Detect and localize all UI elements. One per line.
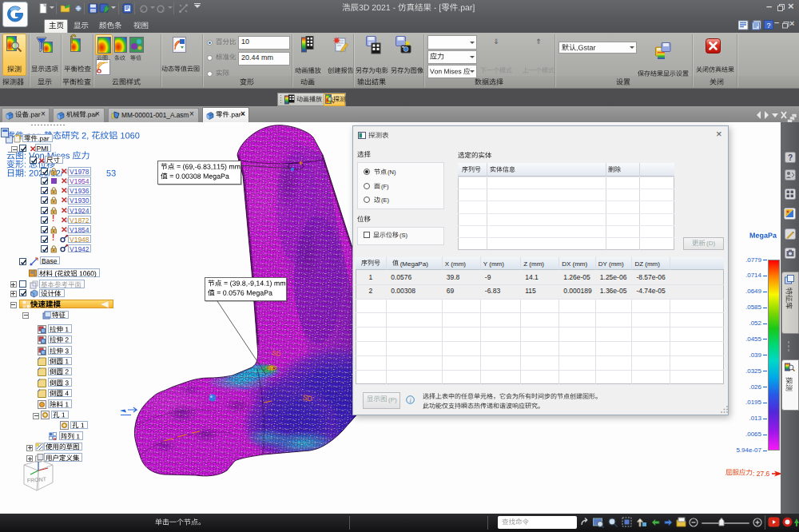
svg-text:↑: ↑ (70, 34, 73, 40)
svg-text:FRONT: FRONT (27, 476, 47, 483)
svg-text:?: ? (788, 153, 793, 162)
svg-text:i: i (409, 397, 411, 404)
svg-text:?: ? (766, 22, 770, 30)
